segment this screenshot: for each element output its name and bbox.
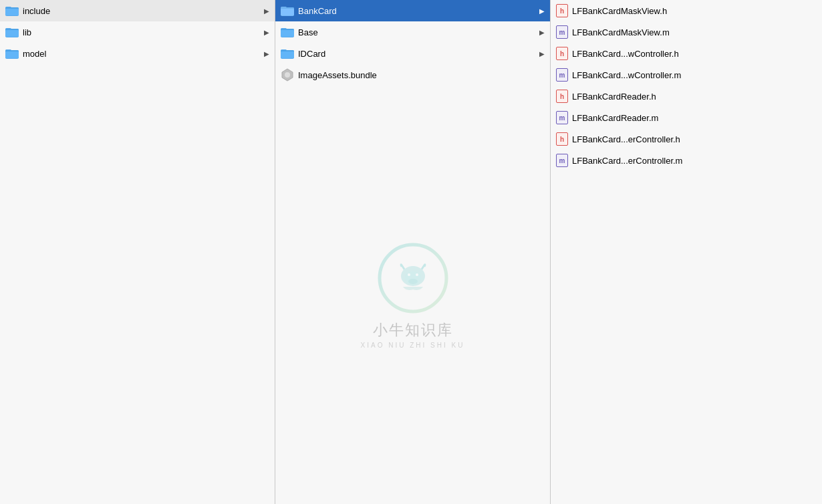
arrow-icon: ▶ xyxy=(534,29,545,36)
watermark: 小牛知识库 XIAO NIU ZHI SHI KU xyxy=(275,86,550,504)
file-lfbankcardmaskview-m[interactable]: m LFBankCardMaskView.m xyxy=(551,21,822,43)
file-lfbankcardreader-m[interactable]: m LFBankCardReader.m xyxy=(551,107,822,128)
folder-icon xyxy=(5,48,19,59)
file-lfbankcardreader-h[interactable]: h LFBankCardReader.h xyxy=(551,86,822,107)
folder-include-label: include xyxy=(23,6,50,16)
folder-icon xyxy=(5,5,19,16)
svg-rect-3 xyxy=(5,9,19,15)
svg-point-29 xyxy=(408,273,410,276)
file-lfbankcardreadercontroller-m[interactable]: m LFBankCard...erController.m xyxy=(551,150,822,171)
watermark-en: XIAO NIU ZHI SHI KU xyxy=(361,342,465,349)
file-label: LFBankCard...wController.m xyxy=(572,70,681,80)
m-badge-icon: m xyxy=(556,68,568,82)
m-badge-icon: m xyxy=(556,111,568,124)
svg-rect-11 xyxy=(5,51,19,58)
arrow-icon: ▶ xyxy=(259,29,269,36)
folder-icon xyxy=(281,48,294,59)
arrow-icon: ▶ xyxy=(259,50,269,57)
h-badge-icon: h xyxy=(556,47,568,60)
folder-model[interactable]: model ▶ xyxy=(0,43,275,64)
svg-point-28 xyxy=(408,279,418,284)
folder-lib[interactable]: lib ▶ xyxy=(0,21,275,43)
file-lfbankcardreadercontroller-h[interactable]: h LFBankCard...erController.h xyxy=(551,128,822,150)
file-label: LFBankCard...erController.h xyxy=(572,134,680,144)
folder-bankcard[interactable]: BankCard ▶ xyxy=(275,0,550,21)
folder-base[interactable]: Base ▶ xyxy=(275,21,550,43)
col-3: h LFBankCardMaskView.h m LFBankCardMaskV… xyxy=(551,0,822,504)
h-badge-icon: h xyxy=(556,132,568,146)
folder-icon xyxy=(5,27,19,37)
file-label: LFBankCardReader.h xyxy=(572,92,656,102)
file-lfbankcardmaskview-h[interactable]: h LFBankCardMaskView.h xyxy=(551,0,822,21)
svg-rect-15 xyxy=(281,9,294,15)
arrow-icon: ▶ xyxy=(259,7,269,15)
col-2-content: BankCard ▶ Base ▶ xyxy=(275,0,550,504)
folder-idcard-label: IDCard xyxy=(298,49,325,59)
watermark-logo xyxy=(376,241,450,315)
file-label: LFBankCardReader.m xyxy=(572,113,658,123)
folder-idcard[interactable]: IDCard ▶ xyxy=(275,43,550,64)
m-badge-icon: m xyxy=(556,25,568,39)
h-badge-icon: h xyxy=(556,4,568,17)
file-label: LFBankCardMaskView.m xyxy=(572,27,670,37)
folder-lib-label: lib xyxy=(23,27,31,37)
svg-rect-23 xyxy=(281,51,294,58)
svg-point-30 xyxy=(416,273,418,276)
file-label: LFBankCard...erController.m xyxy=(572,156,682,166)
file-lfbankcardwcontroller-m[interactable]: m LFBankCard...wController.m xyxy=(551,64,822,86)
file-label: LFBankCardMaskView.h xyxy=(572,6,667,16)
folder-icon-selected xyxy=(281,5,294,16)
col-2: BankCard ▶ Base ▶ xyxy=(275,0,551,504)
svg-point-24 xyxy=(285,72,290,78)
bundle-label: ImageAssets.bundle xyxy=(298,70,377,80)
col-1: include ▶ lib ▶ xyxy=(0,0,275,504)
columns-container: include ▶ lib ▶ xyxy=(0,0,822,504)
folder-include[interactable]: include ▶ xyxy=(0,0,275,21)
folder-model-label: model xyxy=(23,49,46,59)
arrow-icon: ▶ xyxy=(534,7,545,15)
arrow-icon: ▶ xyxy=(534,50,545,57)
m-badge-icon: m xyxy=(556,154,568,167)
bundle-icon xyxy=(281,68,294,82)
folder-bankcard-label: BankCard xyxy=(298,6,337,16)
watermark-cn: 小牛知识库 xyxy=(373,320,453,340)
h-badge-icon: h xyxy=(556,90,568,103)
folder-icon xyxy=(281,27,294,37)
bundle-imageassets[interactable]: ImageAssets.bundle xyxy=(275,64,550,86)
svg-rect-7 xyxy=(5,30,19,37)
folder-base-label: Base xyxy=(298,27,318,37)
file-lfbankcardwcontroller-h[interactable]: h LFBankCard...wController.h xyxy=(551,43,822,64)
file-label: LFBankCard...wController.h xyxy=(572,49,679,59)
svg-rect-19 xyxy=(281,30,294,37)
